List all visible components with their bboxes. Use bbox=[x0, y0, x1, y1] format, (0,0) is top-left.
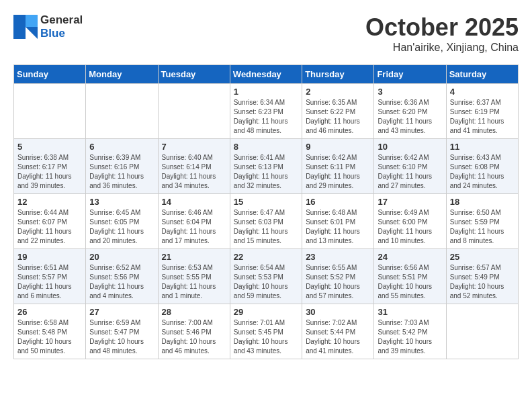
day-number: 16 bbox=[306, 197, 370, 207]
empty-day bbox=[446, 304, 518, 359]
day-info: Sunrise: 6:46 AM Sunset: 6:04 PM Dayligh… bbox=[162, 208, 226, 246]
day-info: Sunrise: 6:42 AM Sunset: 6:11 PM Dayligh… bbox=[306, 153, 370, 191]
calendar-day-1: 1Sunrise: 6:34 AM Sunset: 6:23 PM Daylig… bbox=[230, 84, 302, 139]
day-number: 3 bbox=[378, 87, 442, 97]
day-number: 12 bbox=[17, 197, 82, 207]
day-info: Sunrise: 6:47 AM Sunset: 6:03 PM Dayligh… bbox=[234, 208, 298, 246]
day-number: 14 bbox=[162, 197, 226, 207]
weekday-header-wednesday: Wednesday bbox=[230, 65, 302, 84]
day-number: 4 bbox=[450, 87, 515, 97]
weekday-header-monday: Monday bbox=[86, 65, 158, 84]
calendar-day-15: 15Sunrise: 6:47 AM Sunset: 6:03 PM Dayli… bbox=[230, 194, 302, 249]
day-number: 27 bbox=[89, 307, 154, 317]
calendar-day-14: 14Sunrise: 6:46 AM Sunset: 6:04 PM Dayli… bbox=[158, 194, 230, 249]
calendar-day-4: 4Sunrise: 6:37 AM Sunset: 6:19 PM Daylig… bbox=[446, 84, 518, 139]
day-number: 30 bbox=[306, 307, 370, 317]
day-number: 20 bbox=[89, 252, 154, 262]
day-info: Sunrise: 6:41 AM Sunset: 6:13 PM Dayligh… bbox=[234, 153, 298, 191]
location-title: Han'airike, Xinjiang, China bbox=[365, 42, 519, 54]
calendar-week-row: 5Sunrise: 6:38 AM Sunset: 6:17 PM Daylig… bbox=[14, 139, 519, 194]
svg-rect-0 bbox=[13, 15, 26, 39]
day-number: 7 bbox=[162, 142, 226, 152]
svg-rect-1 bbox=[26, 15, 38, 27]
day-number: 28 bbox=[162, 307, 226, 317]
day-number: 18 bbox=[450, 197, 515, 207]
calendar-day-25: 25Sunrise: 6:57 AM Sunset: 5:49 PM Dayli… bbox=[446, 249, 518, 304]
title-area: October 2025 Han'airike, Xinjiang, China bbox=[365, 13, 519, 54]
day-number: 23 bbox=[306, 252, 370, 262]
day-info: Sunrise: 6:54 AM Sunset: 5:53 PM Dayligh… bbox=[234, 263, 298, 301]
day-info: Sunrise: 6:52 AM Sunset: 5:56 PM Dayligh… bbox=[89, 263, 154, 301]
day-info: Sunrise: 6:37 AM Sunset: 6:19 PM Dayligh… bbox=[450, 98, 515, 136]
calendar-day-19: 19Sunrise: 6:51 AM Sunset: 5:57 PM Dayli… bbox=[14, 249, 86, 304]
day-info: Sunrise: 6:48 AM Sunset: 6:01 PM Dayligh… bbox=[306, 208, 370, 246]
calendar-week-row: 12Sunrise: 6:44 AM Sunset: 6:07 PM Dayli… bbox=[14, 194, 519, 249]
calendar-header: General Blue October 2025 Han'airike, Xi… bbox=[13, 13, 519, 54]
month-title: October 2025 bbox=[365, 13, 519, 42]
logo-blue: Blue bbox=[40, 27, 65, 40]
calendar-table: SundayMondayTuesdayWednesdayThursdayFrid… bbox=[13, 64, 519, 359]
calendar-day-17: 17Sunrise: 6:49 AM Sunset: 6:00 PM Dayli… bbox=[374, 194, 446, 249]
empty-day bbox=[14, 84, 86, 139]
logo-icon bbox=[13, 15, 38, 39]
day-info: Sunrise: 7:01 AM Sunset: 5:45 PM Dayligh… bbox=[234, 318, 298, 356]
calendar-day-6: 6Sunrise: 6:39 AM Sunset: 6:16 PM Daylig… bbox=[86, 139, 158, 194]
day-number: 19 bbox=[17, 252, 82, 262]
calendar-day-13: 13Sunrise: 6:45 AM Sunset: 6:05 PM Dayli… bbox=[86, 194, 158, 249]
calendar-week-row: 1Sunrise: 6:34 AM Sunset: 6:23 PM Daylig… bbox=[14, 84, 519, 139]
weekday-header-sunday: Sunday bbox=[14, 65, 86, 84]
day-info: Sunrise: 6:59 AM Sunset: 5:47 PM Dayligh… bbox=[89, 318, 154, 356]
day-info: Sunrise: 6:36 AM Sunset: 6:20 PM Dayligh… bbox=[378, 98, 442, 136]
calendar-week-row: 26Sunrise: 6:58 AM Sunset: 5:48 PM Dayli… bbox=[14, 304, 519, 359]
day-info: Sunrise: 6:51 AM Sunset: 5:57 PM Dayligh… bbox=[17, 263, 82, 301]
day-info: Sunrise: 6:35 AM Sunset: 6:22 PM Dayligh… bbox=[306, 98, 370, 136]
calendar-day-21: 21Sunrise: 6:53 AM Sunset: 5:55 PM Dayli… bbox=[158, 249, 230, 304]
calendar-day-10: 10Sunrise: 6:42 AM Sunset: 6:10 PM Dayli… bbox=[374, 139, 446, 194]
calendar-day-12: 12Sunrise: 6:44 AM Sunset: 6:07 PM Dayli… bbox=[14, 194, 86, 249]
day-info: Sunrise: 6:44 AM Sunset: 6:07 PM Dayligh… bbox=[17, 208, 82, 246]
calendar-day-2: 2Sunrise: 6:35 AM Sunset: 6:22 PM Daylig… bbox=[302, 84, 374, 139]
day-number: 13 bbox=[89, 197, 154, 207]
day-info: Sunrise: 7:00 AM Sunset: 5:46 PM Dayligh… bbox=[162, 318, 226, 356]
day-info: Sunrise: 6:58 AM Sunset: 5:48 PM Dayligh… bbox=[17, 318, 82, 356]
calendar-day-20: 20Sunrise: 6:52 AM Sunset: 5:56 PM Dayli… bbox=[86, 249, 158, 304]
calendar-day-30: 30Sunrise: 7:02 AM Sunset: 5:44 PM Dayli… bbox=[302, 304, 374, 359]
day-number: 9 bbox=[306, 142, 370, 152]
day-number: 11 bbox=[450, 142, 515, 152]
weekday-header-tuesday: Tuesday bbox=[158, 65, 230, 84]
empty-day bbox=[86, 84, 158, 139]
logo: General Blue bbox=[13, 13, 83, 40]
day-info: Sunrise: 6:50 AM Sunset: 5:59 PM Dayligh… bbox=[450, 208, 515, 246]
day-number: 29 bbox=[234, 307, 298, 317]
weekday-header-friday: Friday bbox=[374, 65, 446, 84]
calendar-day-24: 24Sunrise: 6:56 AM Sunset: 5:51 PM Dayli… bbox=[374, 249, 446, 304]
day-number: 22 bbox=[234, 252, 298, 262]
day-info: Sunrise: 6:53 AM Sunset: 5:55 PM Dayligh… bbox=[162, 263, 226, 301]
day-number: 15 bbox=[234, 197, 298, 207]
day-number: 2 bbox=[306, 87, 370, 97]
day-number: 31 bbox=[378, 307, 442, 317]
day-number: 17 bbox=[378, 197, 442, 207]
day-info: Sunrise: 6:45 AM Sunset: 6:05 PM Dayligh… bbox=[89, 208, 154, 246]
day-number: 10 bbox=[378, 142, 442, 152]
logo-general: General bbox=[40, 13, 83, 26]
day-number: 24 bbox=[378, 252, 442, 262]
logo-text: General Blue bbox=[40, 13, 83, 40]
calendar-day-22: 22Sunrise: 6:54 AM Sunset: 5:53 PM Dayli… bbox=[230, 249, 302, 304]
calendar-week-row: 19Sunrise: 6:51 AM Sunset: 5:57 PM Dayli… bbox=[14, 249, 519, 304]
calendar-day-31: 31Sunrise: 7:03 AM Sunset: 5:42 PM Dayli… bbox=[374, 304, 446, 359]
calendar-day-11: 11Sunrise: 6:43 AM Sunset: 6:08 PM Dayli… bbox=[446, 139, 518, 194]
calendar-day-8: 8Sunrise: 6:41 AM Sunset: 6:13 PM Daylig… bbox=[230, 139, 302, 194]
day-info: Sunrise: 7:02 AM Sunset: 5:44 PM Dayligh… bbox=[306, 318, 370, 356]
day-info: Sunrise: 6:57 AM Sunset: 5:49 PM Dayligh… bbox=[450, 263, 515, 301]
day-number: 25 bbox=[450, 252, 515, 262]
day-info: Sunrise: 6:55 AM Sunset: 5:52 PM Dayligh… bbox=[306, 263, 370, 301]
calendar-day-5: 5Sunrise: 6:38 AM Sunset: 6:17 PM Daylig… bbox=[14, 139, 86, 194]
day-info: Sunrise: 6:38 AM Sunset: 6:17 PM Dayligh… bbox=[17, 153, 82, 191]
calendar-day-27: 27Sunrise: 6:59 AM Sunset: 5:47 PM Dayli… bbox=[86, 304, 158, 359]
day-info: Sunrise: 6:34 AM Sunset: 6:23 PM Dayligh… bbox=[234, 98, 298, 136]
calendar-day-3: 3Sunrise: 6:36 AM Sunset: 6:20 PM Daylig… bbox=[374, 84, 446, 139]
calendar-day-9: 9Sunrise: 6:42 AM Sunset: 6:11 PM Daylig… bbox=[302, 139, 374, 194]
weekday-header-row: SundayMondayTuesdayWednesdayThursdayFrid… bbox=[14, 65, 519, 84]
day-info: Sunrise: 6:42 AM Sunset: 6:10 PM Dayligh… bbox=[378, 153, 442, 191]
